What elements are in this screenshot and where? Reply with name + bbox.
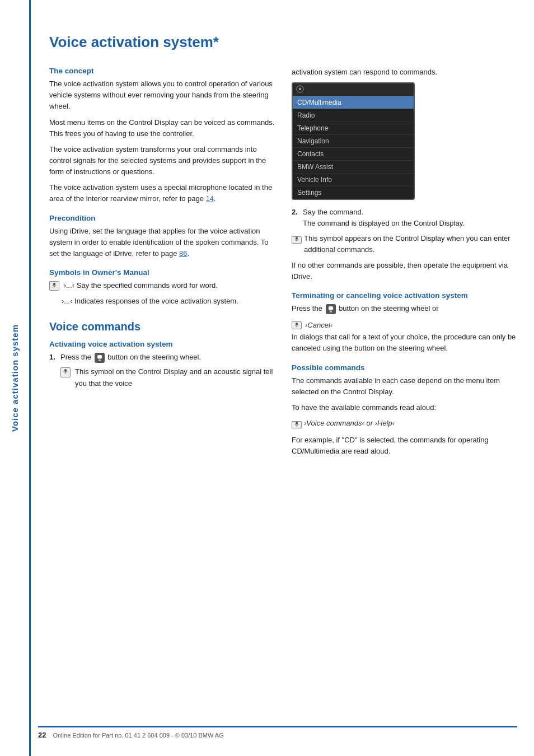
svg-rect-16 bbox=[296, 422, 298, 424]
possible-heading: Possible commands bbox=[292, 363, 517, 372]
voice-commands-heading: Voice commands bbox=[49, 320, 275, 333]
terminating-p2: In dialogs that call for a text of your … bbox=[292, 332, 517, 354]
symbols-say-label: ›...‹ Say the specified commands word fo… bbox=[64, 281, 218, 290]
step1-item: 1. Press the button on the steering whee… bbox=[49, 352, 275, 363]
step2-item: 2. Say the command. The command is displ… bbox=[292, 207, 517, 229]
control-display-menu: CD/Multimedia Radio Telephone Navigation… bbox=[292, 82, 415, 200]
symbol-note: This symbol appears on the Control Displ… bbox=[292, 233, 517, 255]
possible-p3: For example, if "CD" is selected, the co… bbox=[292, 435, 517, 457]
menu-item-contacts[interactable]: Contacts bbox=[293, 148, 414, 161]
voice-icon-2 bbox=[60, 367, 71, 377]
svg-rect-9 bbox=[296, 237, 298, 240]
right-column: activation system can respond to command… bbox=[292, 67, 517, 461]
page-number: 22 bbox=[38, 731, 46, 739]
step1-btn-icon bbox=[95, 353, 105, 363]
voice-icon-3 bbox=[292, 236, 302, 244]
svg-rect-11 bbox=[329, 306, 333, 310]
step2-num: 2. bbox=[292, 207, 299, 229]
menu-item-cd[interactable]: CD/Multimedia bbox=[293, 96, 414, 109]
precondition-text: Using iDrive, set the language that appl… bbox=[49, 226, 275, 259]
concept-p3: The voice activation system transforms y… bbox=[49, 144, 275, 178]
cancel-command: ›Cancel‹ bbox=[292, 321, 332, 329]
symbols-p1: ›...‹ Say the specified commands word fo… bbox=[49, 280, 275, 291]
step1-sub-text: This symbol on the Control Display and a… bbox=[75, 366, 275, 389]
possible-cmds-row: ›Voice commands‹ or ›Help‹ bbox=[292, 418, 517, 430]
svg-point-8 bbox=[299, 88, 301, 90]
sidebar-border bbox=[29, 0, 31, 756]
menu-item-settings[interactable]: Settings bbox=[293, 186, 414, 199]
precondition-heading: Precondition bbox=[49, 214, 275, 222]
step1-text: Press the button on the steering wheel. bbox=[60, 352, 201, 363]
main-content: Voice activation system* The concept The… bbox=[38, 0, 534, 495]
menu-item-bmw-assist[interactable]: BMW Assist bbox=[293, 161, 414, 174]
step2-sub: The command is displayed on the Control … bbox=[303, 219, 465, 227]
footer: 22 Online Edition for Part no. 01 41 2 6… bbox=[38, 726, 517, 739]
cancel-cmd-text: ›Cancel‹ bbox=[305, 321, 332, 329]
terminating-p1: Press the button on the steering wheel o… bbox=[292, 303, 517, 314]
possible-p2: To have the available commands read alou… bbox=[292, 402, 517, 413]
symbols-p2: ›...‹ Indicates responses of the voice a… bbox=[49, 296, 275, 307]
menu-item-telephone[interactable]: Telephone bbox=[293, 122, 414, 135]
step1-num: 1. bbox=[49, 352, 57, 363]
possible-p1: The commands available in each case depe… bbox=[292, 375, 517, 398]
footer-text: Online Edition for Part no. 01 41 2 604 … bbox=[53, 732, 223, 739]
symbol-note2: If no other commands are possible, then … bbox=[292, 260, 517, 282]
voice-icon-cancel bbox=[292, 321, 302, 329]
step2-text: Say the command. bbox=[303, 208, 363, 216]
svg-rect-2 bbox=[97, 355, 102, 358]
svg-rect-14 bbox=[296, 323, 298, 325]
symbol-note-text: This symbol appears on the Control Displ… bbox=[304, 233, 517, 255]
terminating-heading: Terminating or canceling voice activatio… bbox=[292, 291, 517, 300]
concept-p4: The voice activation system uses a speci… bbox=[49, 182, 275, 204]
sidebar-label: Voice activation system bbox=[10, 324, 20, 432]
symbols-heading: Symbols in Owner's Manual bbox=[49, 268, 275, 277]
svg-rect-5 bbox=[64, 369, 67, 372]
menu-item-radio[interactable]: Radio bbox=[293, 109, 414, 122]
step1-sub: This symbol on the Control Display and a… bbox=[49, 366, 275, 389]
voice-icon-1 bbox=[49, 281, 59, 291]
svg-rect-0 bbox=[53, 283, 55, 286]
voice-icon-possible bbox=[292, 421, 302, 428]
activating-heading: Activating voice activation system bbox=[49, 340, 275, 348]
left-column: The concept The voice activation system … bbox=[49, 67, 275, 461]
sidebar: Voice activation system bbox=[0, 0, 29, 756]
terminating-btn-icon bbox=[326, 304, 336, 314]
two-column-layout: The concept The voice activation system … bbox=[49, 67, 517, 461]
concept-heading: The concept bbox=[49, 67, 275, 75]
menu-header-icon bbox=[296, 85, 304, 94]
concept-p1: The voice activation system allows you t… bbox=[49, 78, 275, 112]
concept-p2: Most menu items on the Control Display c… bbox=[49, 117, 275, 139]
menu-item-vehicle-info[interactable]: Vehicle Info bbox=[293, 174, 414, 186]
possible-cmds-text: ›Voice commands‹ or ›Help‹ bbox=[304, 418, 395, 429]
page-title: Voice activation system* bbox=[49, 34, 517, 51]
menu-item-navigation[interactable]: Navigation bbox=[293, 135, 414, 148]
activation-continue: activation system can respond to command… bbox=[292, 67, 517, 78]
menu-header bbox=[293, 83, 414, 96]
